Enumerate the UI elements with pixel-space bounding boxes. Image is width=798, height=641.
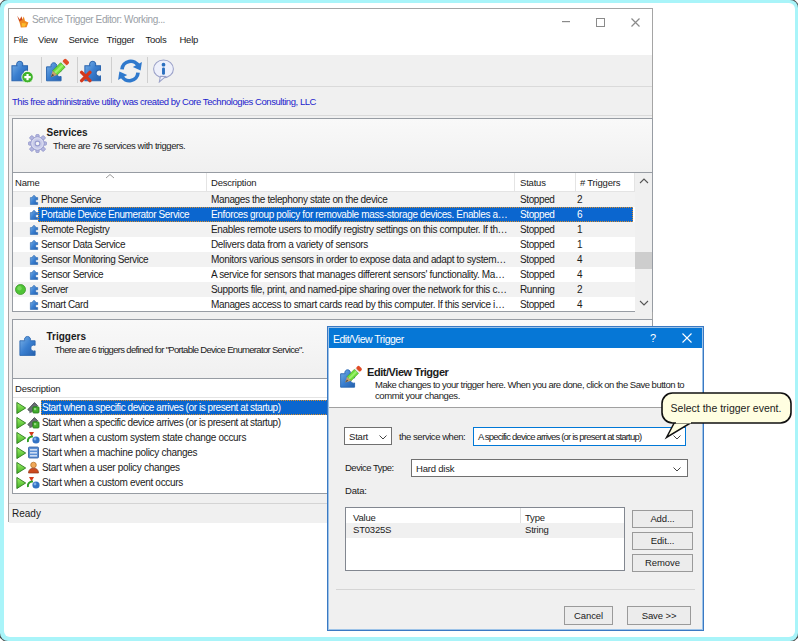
- svg-text:Select the trigger event.: Select the trigger event.: [671, 402, 782, 414]
